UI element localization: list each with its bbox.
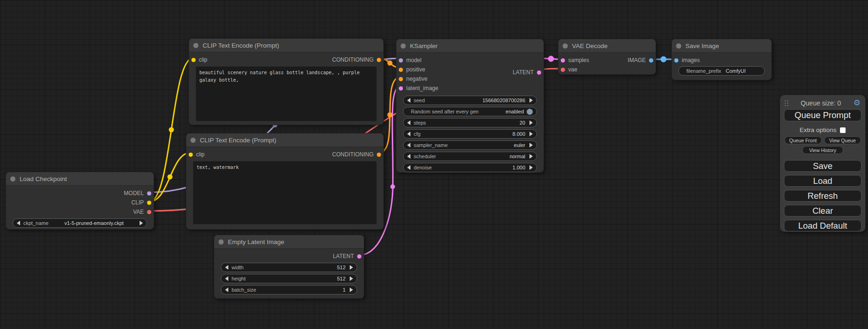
decrement-arrow-icon[interactable] bbox=[407, 143, 410, 147]
refresh-button[interactable]: Refresh bbox=[784, 190, 861, 202]
gear-icon[interactable]: ⚙ bbox=[854, 99, 861, 107]
increment-arrow-icon[interactable] bbox=[140, 221, 143, 225]
increment-arrow-icon[interactable] bbox=[529, 132, 533, 136]
widget-steps[interactable]: steps 20 bbox=[403, 118, 537, 127]
node-title: VAE Decode bbox=[572, 42, 607, 49]
increment-arrow-icon[interactable] bbox=[529, 165, 533, 170]
queue-prompt-button[interactable]: Queue Prompt bbox=[784, 109, 861, 121]
output-label: CLIP bbox=[131, 199, 144, 206]
collapse-dot-icon[interactable] bbox=[191, 138, 196, 143]
widget-seed[interactable]: seed 156680208700286 bbox=[403, 96, 537, 105]
widget-ckpt-name[interactable]: ckpt_name v1-5-pruned-emaonly.ckpt bbox=[13, 218, 147, 228]
link-midpoint-dot[interactable] bbox=[388, 112, 393, 118]
link-midpoint-dot[interactable] bbox=[168, 175, 173, 180]
input-slot-dot[interactable] bbox=[561, 58, 565, 63]
increment-arrow-icon[interactable] bbox=[529, 120, 533, 125]
decrement-arrow-icon[interactable] bbox=[407, 120, 410, 125]
output-slot-dot[interactable] bbox=[357, 254, 361, 259]
collapse-dot-icon[interactable] bbox=[676, 43, 681, 49]
widget-cfg[interactable]: cfg 8.000 bbox=[403, 129, 537, 139]
link-midpoint-dot[interactable] bbox=[390, 184, 395, 189]
widget-denoise[interactable]: denoise 1.000 bbox=[403, 163, 537, 172]
widget-filename-prefix[interactable]: filename_prefix ComfyUI bbox=[678, 66, 765, 76]
node-title-bar[interactable]: Load Checkpoint bbox=[6, 172, 154, 186]
output-slot-dot[interactable] bbox=[537, 70, 541, 75]
link-midpoint-dot[interactable] bbox=[548, 56, 554, 62]
node-title-bar[interactable]: Save Image bbox=[672, 39, 771, 53]
node-save-image[interactable]: Save Image images filename_prefix ComfyU… bbox=[671, 39, 772, 80]
increment-arrow-icon[interactable] bbox=[529, 143, 533, 147]
decrement-arrow-icon[interactable] bbox=[225, 276, 228, 281]
input-slot-dot[interactable] bbox=[191, 58, 196, 62]
extra-options-checkbox[interactable] bbox=[840, 127, 846, 133]
decrement-arrow-icon[interactable] bbox=[225, 287, 228, 292]
output-slot-dot[interactable] bbox=[377, 58, 381, 62]
input-slot-dot[interactable] bbox=[399, 77, 403, 81]
node-empty-latent-image[interactable]: Empty Latent Image LATENT width 512 heig… bbox=[214, 235, 364, 299]
prompt-text-area[interactable]: beautiful scenery nature glass bottle la… bbox=[196, 66, 377, 121]
widget-width[interactable]: width 512 bbox=[221, 263, 357, 272]
link-midpoint-dot[interactable] bbox=[388, 61, 393, 66]
widget-sampler-name[interactable]: sampler_name euler bbox=[403, 140, 537, 150]
node-title-bar[interactable]: KSampler bbox=[396, 39, 543, 53]
prompt-text-area[interactable]: text, watermark bbox=[193, 161, 377, 224]
widget-random-seed-toggle[interactable]: Random seed after every gen enabled bbox=[403, 107, 537, 116]
load-button[interactable]: Load bbox=[784, 175, 861, 187]
widget-label: width bbox=[232, 265, 244, 270]
node-title-bar[interactable]: VAE Decode bbox=[558, 39, 656, 53]
widget-batch-size[interactable]: batch_size 1 bbox=[221, 285, 357, 294]
link-midpoint-dot[interactable] bbox=[169, 127, 174, 133]
widget-value: 8.000 bbox=[512, 131, 525, 137]
output-slot-dot[interactable] bbox=[147, 191, 151, 196]
decrement-arrow-icon[interactable] bbox=[407, 98, 410, 103]
decrement-arrow-icon[interactable] bbox=[17, 221, 20, 225]
decrement-arrow-icon[interactable] bbox=[225, 265, 228, 270]
collapse-dot-icon[interactable] bbox=[401, 43, 406, 49]
view-history-button[interactable]: View History bbox=[802, 146, 843, 154]
increment-arrow-icon[interactable] bbox=[529, 154, 533, 159]
output-slot-dot[interactable] bbox=[377, 153, 381, 157]
load-default-button[interactable]: Load Default bbox=[784, 220, 861, 231]
widget-height[interactable]: height 512 bbox=[221, 274, 357, 283]
widget-label: steps bbox=[414, 120, 426, 126]
output-slot-dot[interactable] bbox=[147, 201, 151, 205]
collapse-dot-icon[interactable] bbox=[219, 239, 224, 245]
input-slot-dot[interactable] bbox=[399, 58, 403, 63]
node-load-checkpoint[interactable]: Load Checkpoint MODEL CLIP VAE ckpt_name… bbox=[6, 172, 154, 230]
view-queue-button[interactable]: View Queue bbox=[824, 136, 861, 144]
input-label: clip bbox=[199, 56, 207, 63]
node-title-bar[interactable]: CLIP Text Encode (Prompt) bbox=[189, 39, 383, 52]
node-title-bar[interactable]: Empty Latent Image bbox=[214, 235, 364, 249]
link-midpoint-dot[interactable] bbox=[661, 56, 667, 63]
node-ksampler[interactable]: KSampler model positive negative latent_… bbox=[396, 39, 544, 173]
decrement-arrow-icon[interactable] bbox=[407, 132, 410, 136]
output-slot-dot[interactable] bbox=[147, 210, 151, 214]
input-slot-dot[interactable] bbox=[189, 153, 193, 157]
increment-arrow-icon[interactable] bbox=[350, 276, 353, 281]
toggle-enabled-icon[interactable] bbox=[527, 109, 533, 115]
clear-button[interactable]: Clear bbox=[784, 205, 861, 217]
node-clip-text-encode-positive[interactable]: CLIP Text Encode (Prompt) clip CONDITION… bbox=[189, 38, 384, 125]
save-button[interactable]: Save bbox=[784, 160, 861, 172]
node-vae-decode[interactable]: VAE Decode samples IMAGE vae bbox=[558, 39, 656, 75]
input-slot-dot[interactable] bbox=[674, 58, 678, 63]
widget-value: v1-5-pruned-emaonly.ckpt bbox=[64, 220, 124, 226]
increment-arrow-icon[interactable] bbox=[529, 98, 533, 103]
output-slot-vae: VAE bbox=[6, 207, 154, 217]
decrement-arrow-icon[interactable] bbox=[407, 154, 410, 159]
collapse-dot-icon[interactable] bbox=[563, 43, 568, 49]
output-label: CONDITIONING bbox=[332, 151, 374, 158]
drag-handle-icon[interactable] bbox=[785, 100, 788, 106]
widget-scheduler[interactable]: scheduler normal bbox=[403, 152, 537, 161]
decrement-arrow-icon[interactable] bbox=[407, 165, 410, 170]
input-slot-dot[interactable] bbox=[561, 68, 565, 72]
node-title-bar[interactable]: CLIP Text Encode (Prompt) bbox=[186, 133, 383, 147]
output-slot-dot[interactable] bbox=[649, 58, 653, 63]
increment-arrow-icon[interactable] bbox=[350, 287, 353, 292]
collapse-dot-icon[interactable] bbox=[193, 43, 198, 48]
increment-arrow-icon[interactable] bbox=[350, 265, 353, 270]
input-slot-dot[interactable] bbox=[399, 86, 403, 91]
collapse-dot-icon[interactable] bbox=[10, 176, 15, 182]
node-clip-text-encode-negative[interactable]: CLIP Text Encode (Prompt) clip CONDITION… bbox=[186, 133, 384, 230]
queue-front-button[interactable]: Queue Front bbox=[784, 136, 822, 144]
